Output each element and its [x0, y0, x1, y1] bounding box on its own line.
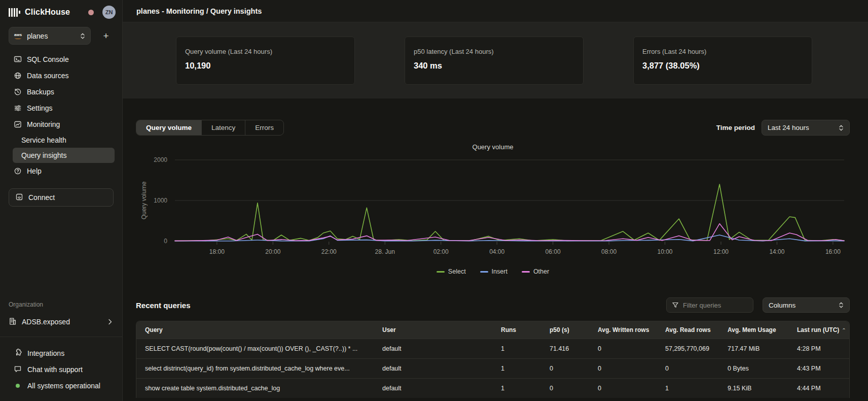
- service-selector[interactable]: aws planes: [9, 27, 91, 45]
- cell-p50-s: 0: [541, 385, 589, 392]
- page-title: planes - Monitoring / Query insights: [136, 7, 262, 15]
- queries-table-body: SELECT CAST(round(pow(count() / max(coun…: [136, 339, 849, 398]
- service-status-dot: [88, 10, 94, 15]
- column-header-last-run-utc[interactable]: Last run (UTC)⌃: [788, 326, 849, 333]
- add-service-button[interactable]: +: [100, 30, 112, 42]
- table-row[interactable]: SELECT CAST(round(pow(count() / max(coun…: [136, 339, 849, 358]
- sidebar-item-help[interactable]: Help: [0, 163, 122, 179]
- tab-errors[interactable]: Errors: [245, 120, 283, 135]
- legend-label: Insert: [492, 268, 508, 275]
- sidebar-item-label: Data sources: [27, 72, 68, 80]
- legend-item-select[interactable]: Select: [437, 268, 466, 275]
- x-tick-label: 20:00: [265, 248, 280, 255]
- organization-switcher[interactable]: ADSB.exposed: [0, 313, 122, 330]
- cell-query: SELECT CAST(round(pow(count() / max(coun…: [136, 345, 374, 352]
- column-header-avg-read-rows[interactable]: Avg. Read rows: [657, 326, 719, 333]
- legend-swatch: [522, 271, 530, 273]
- y-tick-label: 1000: [154, 197, 167, 204]
- sidebar-item-integrations[interactable]: Integrations: [0, 345, 122, 361]
- sort-asc-icon: ⌃: [842, 327, 846, 333]
- sidebar-item-chat-with-support[interactable]: Chat with support: [0, 361, 122, 378]
- columns-select[interactable]: Columns: [763, 297, 850, 313]
- column-header-runs[interactable]: Runs: [492, 326, 541, 333]
- chevron-up-down-icon: [839, 124, 844, 131]
- sidebar-item-label: Query insights: [21, 151, 66, 159]
- sidebar-item-label: Monitoring: [27, 120, 60, 128]
- legend-swatch: [437, 271, 445, 273]
- recent-queries-table: QueryUserRunsp50 (s)Avg. Written rowsAvg…: [136, 321, 850, 398]
- recent-queries-title: Recent queries: [136, 301, 191, 310]
- building-icon: [9, 317, 17, 327]
- cell-p50-s: 0: [541, 365, 589, 372]
- tab-query-volume[interactable]: Query volume: [136, 120, 202, 135]
- cell-avg-mem-usage: 717.47 MiB: [719, 345, 788, 352]
- cell-query: select distrinct(query_id) from system.d…: [136, 365, 374, 372]
- cell-avg-read-rows: 0: [657, 365, 719, 372]
- history-icon: [14, 88, 22, 96]
- filter-queries-input[interactable]: [683, 302, 744, 309]
- cell-last-run-utc: 4:44 PM: [788, 385, 849, 392]
- cell-last-run-utc: 4:28 PM: [788, 345, 849, 352]
- avatar[interactable]: ZN: [102, 6, 116, 19]
- stat-card-p50-latency: p50 latency (Last 24 hours) 340 ms: [405, 37, 584, 85]
- query-volume-chart: 010002000Query volume18:0020:0022:0028. …: [136, 152, 850, 264]
- chart-title: Query volume: [136, 143, 850, 151]
- chart-tabs: Query volume Latency Errors: [136, 120, 284, 136]
- main-area: planes - Monitoring / Query insights Que…: [123, 0, 868, 401]
- filter-funnel-icon: [672, 302, 679, 309]
- column-header-p50-s[interactable]: p50 (s): [541, 326, 589, 333]
- chevron-up-down-icon: [80, 32, 85, 40]
- sidebar-item-system-status[interactable]: All systems operational: [0, 378, 122, 394]
- time-period-select[interactable]: Last 24 hours: [762, 120, 850, 136]
- sidebar-item-backups[interactable]: Backups: [0, 84, 122, 100]
- series-other: [175, 224, 844, 241]
- tab-latency[interactable]: Latency: [202, 120, 245, 135]
- columns-label: Columns: [769, 302, 795, 309]
- sidebar-item-service-health[interactable]: Service health: [13, 132, 115, 148]
- chevron-right-icon: [108, 319, 112, 325]
- footer-item-label: All systems operational: [27, 382, 100, 390]
- stats-band: Query volume (Last 24 hours) 10,190 p50 …: [123, 22, 868, 98]
- time-period-label: Time period: [716, 124, 755, 131]
- connect-icon: [15, 193, 23, 203]
- connect-button[interactable]: Connect: [9, 188, 114, 207]
- sidebar-item-data-sources[interactable]: Data sources: [0, 68, 122, 84]
- connect-label: Connect: [28, 193, 55, 202]
- sidebar: ClickHouse ZN aws planes + SQL Console D…: [0, 0, 123, 401]
- column-header-avg-mem-usage[interactable]: Avg. Mem Usage: [719, 326, 788, 333]
- content: Query volume Latency Errors Time period …: [123, 98, 868, 401]
- legend-item-insert[interactable]: Insert: [480, 268, 508, 275]
- cell-runs: 1: [492, 365, 541, 372]
- cell-avg-read-rows: 1: [657, 385, 719, 392]
- time-period-value: Last 24 hours: [768, 124, 809, 131]
- table-row[interactable]: select distrinct(query_id) from system.d…: [136, 358, 849, 378]
- x-tick-label: 10:00: [658, 248, 673, 255]
- queries-table-head: QueryUserRunsp50 (s)Avg. Written rowsAvg…: [136, 321, 849, 339]
- legend-label: Other: [533, 268, 549, 275]
- aws-provider-icon: aws: [14, 33, 22, 39]
- sidebar-item-query-insights[interactable]: Query insights: [13, 148, 115, 163]
- sidebar-item-monitoring[interactable]: Monitoring: [0, 116, 122, 132]
- globe-icon: [14, 72, 22, 80]
- legend-item-other[interactable]: Other: [522, 268, 549, 275]
- table-row[interactable]: show create table system.distributed_cac…: [136, 378, 849, 398]
- topbar: planes - Monitoring / Query insights: [123, 0, 868, 22]
- column-header-query[interactable]: Query: [136, 326, 374, 333]
- clickhouse-logo-icon: [9, 8, 20, 17]
- y-tick-label: 0: [164, 238, 167, 245]
- stat-card-errors: Errors (Last 24 hours) 3,877 (38.05%): [633, 37, 812, 85]
- filter-queries-box: [666, 297, 753, 313]
- cell-runs: 1: [492, 345, 541, 352]
- footer-item-label: Chat with support: [27, 365, 83, 374]
- sidebar-item-label: Service health: [21, 136, 66, 144]
- stat-value: 340 ms: [414, 61, 574, 71]
- sidebar-item-settings[interactable]: Settings: [0, 100, 122, 116]
- cell-p50-s: 71.416: [541, 345, 589, 352]
- brand-name: ClickHouse: [25, 8, 70, 17]
- cell-user: default: [374, 385, 492, 392]
- column-header-avg-written-rows[interactable]: Avg. Written rows: [589, 326, 657, 333]
- column-header-user[interactable]: User: [374, 326, 492, 333]
- sidebar-item-sql-console[interactable]: SQL Console: [0, 51, 122, 68]
- help-icon: [14, 167, 22, 175]
- operational-status-icon: [16, 384, 20, 388]
